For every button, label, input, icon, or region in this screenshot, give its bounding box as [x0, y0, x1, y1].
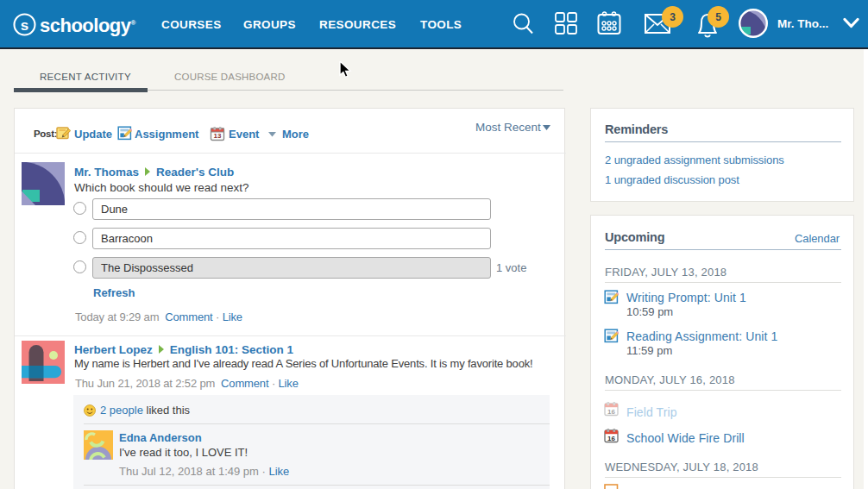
svg-text:16: 16	[607, 435, 615, 442]
svg-text:13: 13	[214, 132, 222, 140]
svg-text:5: 5	[715, 11, 721, 23]
svg-text:s: s	[21, 17, 28, 34]
svg-text:16: 16	[607, 408, 615, 416]
svg-text:3: 3	[670, 11, 676, 23]
